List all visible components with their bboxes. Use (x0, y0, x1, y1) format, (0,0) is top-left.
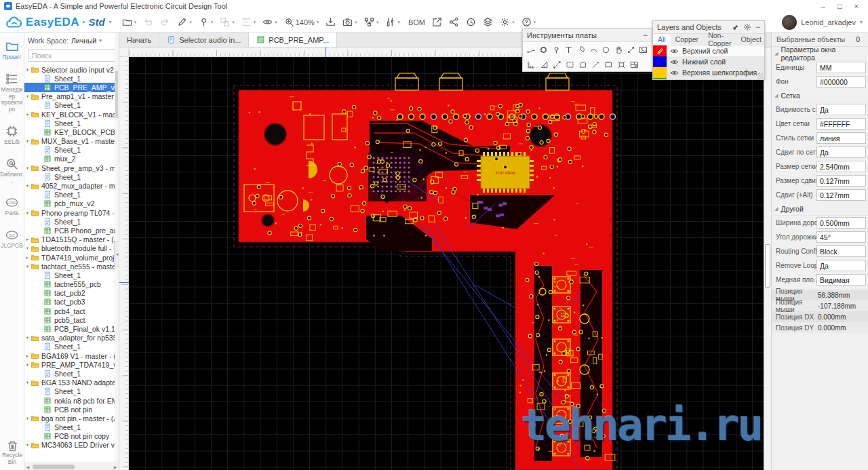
board-tool-button[interactable] (525, 43, 537, 56)
tree-item[interactable]: Sheet_1 (24, 369, 119, 378)
toolbar-button[interactable] (361, 15, 382, 29)
tree-item[interactable]: Sheet_1 (24, 146, 119, 155)
tree-item[interactable]: ▾ bga not pin - master - (Лео... (24, 414, 119, 423)
property-control[interactable]: 2.540mm (816, 161, 866, 172)
tree-item[interactable]: Sheet_1 (24, 217, 119, 226)
tree-item[interactable]: ▾ PRE_AMP_TDA7419_v1.0... (24, 360, 119, 369)
tree-item[interactable]: ▾ 4052_mux_adapter - mast... (24, 181, 119, 190)
tree-expand-arrow[interactable]: ▾ (24, 380, 31, 385)
tree-item[interactable]: Sheet_1 (24, 172, 119, 181)
board-tool-button[interactable] (587, 43, 599, 56)
section-grid[interactable]: ◢ Сетка (772, 89, 868, 102)
tree-horizontal-scrollbar[interactable]: ◀▶ (24, 463, 119, 470)
layers-tab[interactable]: Object (736, 34, 765, 45)
toolbar-button[interactable] (174, 15, 195, 29)
tree-item[interactable]: PCB not pin copy (24, 432, 119, 441)
board-tool-button[interactable] (615, 58, 628, 71)
tree-expand-arrow[interactable]: ▾ (24, 416, 31, 421)
property-control[interactable]: 0.500mm (816, 217, 866, 229)
tree-item[interactable]: Sheet_1 (24, 387, 119, 396)
tree-item[interactable]: ▾ KEY_BLOCK_V1 - master ... (24, 110, 119, 119)
tree-item[interactable]: ▸ TDA7419_volume_project ... (24, 253, 119, 262)
tree-expand-arrow[interactable]: ▾ (24, 335, 31, 340)
tree-expand-arrow[interactable]: ▾ (24, 138, 31, 144)
tree-item[interactable]: tact_pcb3 (24, 298, 119, 307)
board-tool-button[interactable] (537, 43, 549, 56)
tree-item[interactable]: ▾ MC34063 LED Driver ver 2... (24, 441, 119, 450)
board-tool-button[interactable] (628, 58, 641, 71)
toolbar-button[interactable] (157, 15, 174, 29)
toolbar-button[interactable] (496, 15, 518, 29)
maximize-button[interactable]: □ (837, 2, 842, 10)
tree-item[interactable]: ▸ TDA1515Q - master - (Лео... (24, 235, 119, 244)
minimize-button[interactable]: – (821, 2, 825, 10)
section-editor-params[interactable]: ◢ Параметры окна редактора (772, 47, 868, 60)
close-button[interactable]: × (854, 2, 859, 10)
property-control[interactable]: Block (816, 246, 866, 257)
tree-item[interactable]: PCB_Final_ok v1.1 (24, 324, 119, 333)
property-control[interactable]: MM (816, 62, 866, 73)
property-control[interactable]: Да (816, 104, 866, 115)
recycle-bin[interactable]: Recycle Bin (0, 439, 24, 466)
strip-item[interactable]: Менеджер проектиро (0, 73, 24, 113)
pin-panel-icon[interactable] (732, 24, 739, 31)
tree-item[interactable]: ▾ BGA 153 NAND adapter fo... (24, 378, 119, 387)
tree-item[interactable]: PCB_PRE_AMP_v4 (24, 83, 119, 92)
strip-item[interactable]: LCSC Parts (0, 196, 24, 217)
tree-item[interactable]: Sheet_1 (24, 423, 119, 432)
strip-item[interactable]: Проект (0, 39, 24, 61)
layers-tab[interactable]: Non-Copper (703, 34, 736, 45)
tree-expand-arrow[interactable]: ▸ (24, 255, 31, 260)
toolbar-button[interactable] (216, 15, 238, 29)
layer-visibility-eye-icon[interactable] (670, 68, 679, 77)
tree-expand-arrow[interactable]: ▾ (24, 210, 31, 216)
user-name[interactable]: Leonid_arkadjev (801, 18, 856, 26)
layer-visibility-eye-icon[interactable] (670, 47, 679, 56)
property-control[interactable]: #FFFFFF (816, 118, 866, 130)
board-tool-button[interactable] (538, 58, 551, 71)
tree-item[interactable]: Sheet_1 (24, 191, 119, 199)
tree-item[interactable]: Sheet_1 (24, 101, 119, 110)
tree-item[interactable]: Sheet_1 (24, 342, 119, 351)
toolbar-button[interactable] (462, 15, 479, 29)
tree-expand-arrow[interactable]: ▸ (24, 353, 31, 359)
property-control[interactable]: Да (816, 260, 866, 271)
toolbar-button[interactable] (238, 15, 260, 29)
tree-expand-arrow[interactable]: ▾ (24, 94, 31, 99)
layer-visibility-eye-icon[interactable] (670, 58, 679, 66)
toolbar-button[interactable] (119, 15, 140, 29)
user-menu-chevron-icon[interactable]: ▾ (860, 19, 863, 25)
property-control[interactable]: Видимая (816, 274, 866, 286)
strip-item[interactable]: Библиот... (0, 157, 24, 185)
toolbar-button[interactable] (446, 15, 462, 29)
minimize-panel-button[interactable]: − (755, 24, 760, 31)
sidebar-collapse-handle[interactable]: ◂ (114, 241, 119, 267)
tree-item[interactable]: PCB Phono_pre_amp TL... (24, 226, 119, 235)
strip-item[interactable]: JLC JLCPCB (0, 229, 24, 250)
tree-item[interactable]: ▾ tachtact_ne555 - master - (... (24, 262, 119, 271)
section-other[interactable]: ◢ Другой (772, 202, 868, 216)
tree-expand-arrow[interactable]: ▾ (24, 246, 31, 251)
tree-item[interactable]: ▾ bluetooth module full - mas... (24, 244, 119, 253)
property-control[interactable]: #000000 (816, 76, 866, 87)
board-tool-button[interactable] (602, 58, 615, 71)
strip-item[interactable]: EELib (0, 125, 24, 146)
property-control[interactable]: 0.127mm (816, 175, 866, 187)
tree-expand-arrow[interactable]: ▾ (24, 264, 31, 269)
toolbar-button[interactable] (339, 15, 361, 29)
canvas-vertical-scrollbar[interactable] (764, 57, 771, 470)
toolbar-button[interactable] (429, 15, 446, 29)
panel-resize-handle[interactable] (757, 73, 764, 79)
board-tool-button[interactable] (589, 58, 602, 71)
board-tool-button[interactable] (637, 43, 650, 56)
property-control[interactable]: Да (816, 146, 866, 158)
layer-row[interactable]: Верхний слой (653, 45, 764, 56)
toolbar-button[interactable] (518, 15, 540, 29)
tree-expand-arrow[interactable]: ▾ (24, 183, 31, 189)
toolbar-button[interactable] (259, 15, 281, 29)
tree-expand-arrow[interactable]: ▾ (24, 362, 31, 368)
toolbar-button[interactable]: BOM (403, 16, 429, 28)
tree-item[interactable]: Sheet_1 (24, 271, 119, 279)
document-tab[interactable]: PCB_PRE_AMP... (249, 33, 337, 47)
tree-item[interactable]: Sheet_1 (24, 119, 119, 128)
